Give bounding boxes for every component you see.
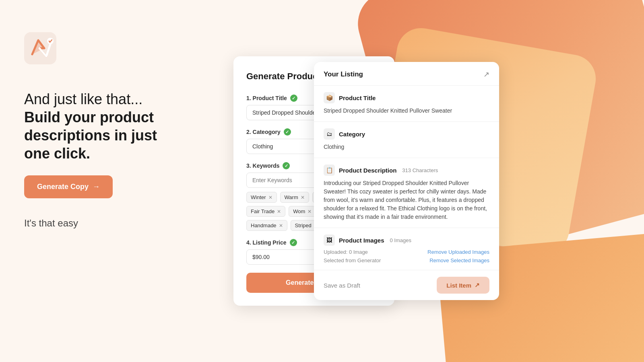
listing-images-header: 🖼 Product Images 0 Images <box>324 234 489 246</box>
listing-product-title-section: 📦 Product Title Striped Dropped Shoulder… <box>314 86 499 122</box>
tag-handmade-remove[interactable]: ✕ <box>279 223 283 228</box>
tag-fairtrade: Fair Trade ✕ <box>246 206 285 217</box>
tag-warm-remove[interactable]: ✕ <box>301 195 305 200</box>
listing-product-title-label: Product Title <box>339 95 376 101</box>
tag-handmade: Handmade ✕ <box>246 220 287 231</box>
tag-fairtrade-remove[interactable]: ✕ <box>277 209 281 214</box>
card-title: Generate Product <box>246 71 321 82</box>
save-draft-button[interactable]: Save as Draft <box>324 282 360 289</box>
selected-images-row: Selected from Generator Remove Selected … <box>324 257 489 263</box>
external-link-icon[interactable]: ↗ <box>483 70 489 79</box>
listing-category-section: 🗂 Category Clothing <box>314 122 499 158</box>
images-count: 0 Images <box>390 237 411 243</box>
cards-wrapper: Generate Product Clear 1. Product Title … <box>233 40 596 322</box>
listing-images-label: Product Images <box>339 237 384 244</box>
listing-description-section: 📋 Product Description 313 Characters Int… <box>314 158 499 228</box>
uploaded-images-row: Uploaded: 0 Image Remove Uploaded Images <box>324 249 489 255</box>
listing-header: Your Listing ↗ <box>314 62 499 86</box>
listing-description-label: Product Description <box>339 167 396 174</box>
listing-footer: Save as Draft List Item ↗ <box>314 270 499 300</box>
tag-wom-remove[interactable]: ✕ <box>308 209 312 214</box>
cta-generate-button[interactable]: Generate Copy → <box>24 175 113 198</box>
description-icon: 📋 <box>324 165 335 176</box>
listing-category-header: 🗂 Category <box>324 128 489 140</box>
listing-description-header: 📋 Product Description 313 Characters <box>324 165 489 176</box>
keywords-check: ✓ <box>283 162 290 169</box>
price-check: ✓ <box>290 239 297 246</box>
uploaded-count: Uploaded: 0 Image <box>324 249 368 255</box>
tag-warm: Warm ✕ <box>280 192 309 203</box>
left-panel: And just like that... Build your product… <box>0 0 185 362</box>
main-area: Generate Product Clear 1. Product Title … <box>185 0 644 362</box>
list-item-button[interactable]: List Item ↗ <box>437 277 489 294</box>
selected-from-generator: Selected from Generator <box>324 257 381 263</box>
category-icon: 🗂 <box>324 128 335 140</box>
listing-product-title-value: Striped Dropped Shoulder Knitted Pullove… <box>324 107 489 115</box>
product-title-check: ✓ <box>290 95 297 102</box>
remove-selected-link[interactable]: Remove Selected Images <box>429 257 489 263</box>
subtext: It's that easy <box>24 218 161 229</box>
listing-description-value: Introducing our Striped Dropped Shoulder… <box>324 179 489 221</box>
tag-winter: Winter ✕ <box>246 192 277 203</box>
listing-card: Your Listing ↗ 📦 Product Title Striped D… <box>314 62 499 300</box>
tag-winter-remove[interactable]: ✕ <box>268 195 272 200</box>
headline: And just like that... Build your product… <box>24 90 161 162</box>
listing-title: Your Listing <box>324 70 363 78</box>
description-char-count: 313 Characters <box>402 167 438 173</box>
tag-wom: Wom ✕ <box>289 206 316 217</box>
logo <box>24 32 56 64</box>
listing-category-label: Category <box>339 131 365 138</box>
listing-category-value: Clothing <box>324 143 489 151</box>
category-check: ✓ <box>284 128 291 136</box>
product-title-icon: 📦 <box>324 92 335 103</box>
listing-product-title-header: 📦 Product Title <box>324 92 489 103</box>
remove-uploaded-link[interactable]: Remove Uploaded Images <box>427 249 489 255</box>
images-icon: 🖼 <box>324 234 335 246</box>
listing-images-section: 🖼 Product Images 0 Images Uploaded: 0 Im… <box>314 228 499 270</box>
